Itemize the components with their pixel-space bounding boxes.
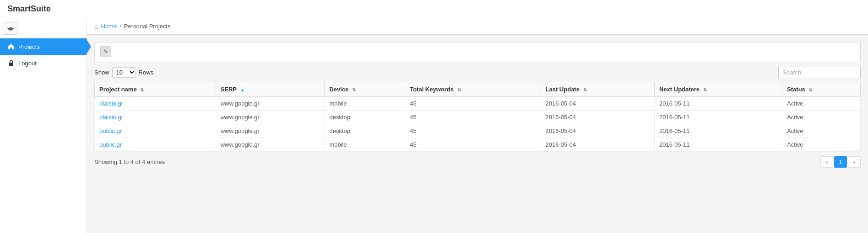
col-project-name[interactable]: Project name ⇅	[95, 82, 216, 97]
edit-button[interactable]: ✎	[100, 46, 111, 57]
col-project-name-label: Project name	[99, 86, 137, 93]
cell-project_name[interactable]: public.gr	[95, 138, 216, 152]
col-status[interactable]: Status ⇅	[782, 82, 861, 97]
cell-device: desktop	[325, 111, 405, 124]
breadcrumb-home-link[interactable]: Home	[101, 23, 117, 30]
cell-total_keywords: 45	[405, 97, 541, 111]
page-1-button[interactable]: 1	[834, 156, 847, 168]
cell-project_name[interactable]: plaisio.gr	[95, 97, 216, 111]
cell-next_update: 2016-05-11	[654, 111, 782, 124]
cell-last_update: 2016-05-04	[541, 111, 654, 124]
showing-text: Showing 1 to 4 of 4 entries	[94, 159, 165, 165]
cell-next_update: 2016-05-11	[654, 138, 782, 152]
col-serp-label: SERP	[221, 86, 237, 93]
cell-status: Active	[782, 97, 861, 111]
table-header-row: Project name ⇅ SERP ▲ Device ⇅ Total K	[95, 82, 861, 97]
table-row: public.grwww.google.grmobile452016-05-04…	[95, 138, 861, 152]
col-total-keywords[interactable]: Total Keywords ⇅	[405, 82, 541, 97]
sort-total-keywords-icon: ⇅	[457, 87, 461, 92]
col-next-update[interactable]: Next Updatere ⇅	[654, 82, 782, 97]
breadcrumb: ⌂ Home / Personal Projects	[87, 18, 868, 35]
col-device[interactable]: Device ⇅	[325, 82, 405, 97]
cell-device: mobile	[325, 138, 405, 152]
table-row: plaisio.grwww.google.grmobile452016-05-0…	[95, 97, 861, 111]
app-title: SmartSuite	[7, 4, 51, 14]
show-rows-control: Show 10 25 50 100 Rows	[94, 67, 153, 78]
cell-device: desktop	[325, 124, 405, 138]
prev-page-button[interactable]: ‹	[820, 156, 833, 168]
edit-bar: ✎	[94, 42, 861, 61]
cell-total_keywords: 45	[405, 138, 541, 152]
sort-project-name-icon: ⇅	[140, 87, 144, 92]
sidebar-projects-label: Projects	[18, 43, 40, 50]
sidebar: ◀▶ Projects Logout	[0, 18, 87, 233]
cell-total_keywords: 45	[405, 124, 541, 138]
next-page-button[interactable]: ›	[848, 156, 861, 168]
col-status-label: Status	[787, 86, 805, 93]
sort-status-icon: ⇅	[808, 87, 812, 92]
cell-status: Active	[782, 111, 861, 124]
pagination-bar: Showing 1 to 4 of 4 entries ‹ 1 ›	[94, 156, 861, 168]
breadcrumb-current: Personal Projects	[124, 23, 171, 30]
col-last-update[interactable]: Last Update ⇅	[541, 82, 654, 97]
show-label: Show	[94, 69, 109, 76]
sidebar-item-projects[interactable]: Projects	[0, 38, 87, 55]
col-device-label: Device	[329, 86, 348, 93]
sort-last-update-icon: ⇅	[583, 87, 587, 92]
cell-serp: www.google.gr	[216, 124, 325, 138]
cell-status: Active	[782, 138, 861, 152]
cell-status: Active	[782, 124, 861, 138]
cell-project_name[interactable]: public.gr	[95, 124, 216, 138]
sort-next-update-icon: ⇅	[703, 87, 707, 92]
col-serp[interactable]: SERP ▲	[216, 82, 325, 97]
sidebar-item-logout[interactable]: Logout	[0, 55, 87, 71]
cell-next_update: 2016-05-11	[654, 124, 782, 138]
table-controls: Show 10 25 50 100 Rows	[94, 67, 861, 78]
svg-rect-0	[9, 63, 13, 66]
cell-last_update: 2016-05-04	[541, 97, 654, 111]
layout: ◀▶ Projects Logout ⌂ Home /	[0, 18, 868, 233]
search-input[interactable]	[778, 67, 861, 78]
cell-serp: www.google.gr	[216, 111, 325, 124]
cell-serp: www.google.gr	[216, 138, 325, 152]
cell-last_update: 2016-05-04	[541, 138, 654, 152]
cell-last_update: 2016-05-04	[541, 124, 654, 138]
breadcrumb-separator: /	[119, 23, 121, 30]
cell-device: mobile	[325, 97, 405, 111]
col-last-update-label: Last Update	[546, 86, 580, 93]
lock-icon	[7, 59, 15, 67]
rows-label: Rows	[139, 69, 154, 76]
rows-per-page-select[interactable]: 10 25 50 100	[112, 67, 136, 78]
sort-device-icon: ⇅	[352, 87, 356, 92]
breadcrumb-home-icon: ⌂	[94, 23, 98, 30]
main-content: ⌂ Home / Personal Projects ✎ Show 10 25 …	[87, 18, 868, 233]
table-row: public.grwww.google.grdesktop452016-05-0…	[95, 124, 861, 138]
table-row: plaisio.grwww.google.grdesktop452016-05-…	[95, 111, 861, 124]
cell-serp: www.google.gr	[216, 97, 325, 111]
pagination-controls: ‹ 1 ›	[820, 156, 861, 168]
cell-total_keywords: 45	[405, 111, 541, 124]
nav-collapse-button[interactable]: ◀▶	[4, 22, 17, 35]
col-next-update-label: Next Updatere	[659, 86, 700, 93]
cell-next_update: 2016-05-11	[654, 97, 782, 111]
sidebar-logout-label: Logout	[18, 60, 37, 67]
home-icon	[7, 43, 15, 50]
content-area: ✎ Show 10 25 50 100 Rows	[87, 35, 868, 175]
sort-serp-icon: ▲	[240, 87, 244, 92]
cell-project_name[interactable]: plaisio.gr	[95, 111, 216, 124]
top-header: SmartSuite	[0, 0, 868, 18]
data-table: Project name ⇅ SERP ▲ Device ⇅ Total K	[94, 82, 861, 152]
col-total-keywords-label: Total Keywords	[410, 86, 454, 93]
